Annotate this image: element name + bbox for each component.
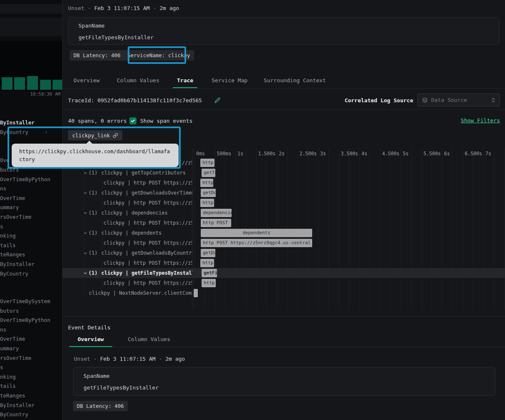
timeline-tick-label: 3s <box>320 151 326 157</box>
span-duration-bar[interactable]: getDownloadsByCountry <box>201 249 215 257</box>
span-label: clickpy | http POST https://z5nrz <box>104 240 192 246</box>
trace-span-row[interactable]: (1)clickpy | getDownloadsOverTimeBySgetD… <box>63 188 505 198</box>
tab-column-values[interactable]: Column Values <box>113 75 164 88</box>
sidebar-item[interactable]: rsOverTime <box>0 355 31 361</box>
sidebar-item[interactable]: s <box>0 223 3 230</box>
background-row <box>0 18 63 36</box>
span-label: clickpy | NextNodeServer.clientCompone <box>89 290 192 296</box>
timeline-tick-label: 6.500s <box>465 151 482 157</box>
tab-overview[interactable]: Overview <box>69 75 104 88</box>
trace-span-row[interactable]: (1)clickpy | getDownloadsByCountrygetDow… <box>63 248 505 258</box>
span-duration-bar[interactable]: http POST <box>200 179 213 187</box>
event-meta-line: Unset · Feb 3 11:07:15 AM · 2m ago <box>68 5 179 11</box>
chevron-down-icon[interactable] <box>82 231 88 235</box>
span-duration-bar[interactable]: getFileTypesByInstaller <box>202 269 217 277</box>
timeline-tick-label: 0ms <box>196 151 205 157</box>
chevron-down-icon[interactable] <box>82 251 88 255</box>
show-span-events-label[interactable]: Show span events <box>140 118 192 124</box>
trace-span-row[interactable]: clickpy | http POST https://z5nrzhttp PO… <box>63 178 505 188</box>
span-label: clickpy | getTopContributors <box>101 170 186 176</box>
sidebar-item[interactable]: OverTime <box>0 336 25 342</box>
chevron-down-icon[interactable] <box>82 191 88 195</box>
data-source-select[interactable]: Data Source <box>417 94 500 106</box>
span-child-count: (1) <box>88 230 98 236</box>
sidebar-item[interactable]: ummary <box>0 204 19 210</box>
sidebar-item[interactable]: teRanges <box>0 251 25 258</box>
sidebar-item[interactable]: ns <box>0 326 6 333</box>
sidebar-item[interactable]: OverTimeByPython <box>0 176 50 182</box>
histogram-bar <box>53 80 63 90</box>
trace-span-row[interactable]: clickpy | http POST https://z5nrzhttp PO… <box>63 238 505 248</box>
span-duration-bar[interactable]: http POST <box>200 159 215 167</box>
trace-span-row[interactable]: (1)clickpy | dependenciesdependencies <box>63 208 505 218</box>
sidebar-item[interactable]: OverTimeByPython <box>0 317 50 323</box>
chevron-down-icon[interactable] <box>82 211 88 215</box>
span-duration-bar[interactable]: getDownloadsOverTimeByS <box>201 189 216 197</box>
chevron-down-icon[interactable] <box>82 171 88 175</box>
show-filters-link[interactable]: Show Filters <box>461 117 500 124</box>
chevron-down-icon[interactable] <box>82 271 88 275</box>
histogram-bar <box>40 80 51 90</box>
trace-span-row[interactable]: (1)clickpy | getFileTypesByInstallergetF… <box>63 268 505 278</box>
trace-span-row[interactable]: clickpy | http POST https://z5nrzhttp PO… <box>63 198 505 208</box>
span-child-count: (1) <box>88 250 98 256</box>
select-chevrons-icon <box>491 97 495 103</box>
sidebar-item[interactable]: OverTime <box>0 195 25 201</box>
sidebar-item[interactable]: ByInstaller <box>0 261 35 267</box>
span-duration-bar[interactable]: http POST <box>202 279 216 287</box>
trace-span-row[interactable]: clickpy | NextNodeServer.clientCompone <box>63 288 505 298</box>
span-duration-bar[interactable]: http POST <box>201 219 231 227</box>
span-duration-bar[interactable]: http POST <box>200 259 214 267</box>
severity-text: Unset <box>68 5 84 11</box>
trace-span-row[interactable]: clickpy | http POST https://z5nrzhttp PO… <box>63 258 505 268</box>
sidebar-item[interactable]: ns <box>0 185 6 192</box>
sidebar-item[interactable]: teRanges <box>0 392 25 399</box>
db-latency-badge[interactable]: DB Latency: 406 <box>70 50 124 61</box>
sidebar-item[interactable]: ByCountry <box>0 271 28 277</box>
sidebar-item[interactable]: ummary <box>0 345 19 352</box>
trace-flyout-screen: 10:58:30 AM ByInstallerByCountryOvebutor… <box>0 0 505 420</box>
bottom-tab-overview[interactable]: Overview <box>69 334 112 347</box>
sidebar-item[interactable]: nking <box>0 374 16 380</box>
tab-surrounding-context[interactable]: Surrounding Context <box>260 75 330 88</box>
trace-span-row[interactable]: (1)clickpy | dependentsdependents <box>63 228 505 238</box>
span-label: clickpy | getFileTypesByInstaller <box>101 270 192 276</box>
sidebar-item[interactable]: ByInstaller <box>0 119 35 126</box>
sidebar-item[interactable]: s <box>0 364 3 370</box>
span-duration-bar[interactable]: getTopContributors <box>202 169 215 177</box>
span-duration-bar[interactable]: http POST https://z5nrz9qgc4.us-central <box>201 239 312 247</box>
timeline-tick-label: 7s <box>485 151 491 157</box>
sidebar-item[interactable]: ByInstaller <box>0 402 35 408</box>
sidebar-item[interactable]: nking <box>0 233 16 239</box>
event-relative-time: 2m ago <box>159 5 179 11</box>
span-label: clickpy | http POST https://z5nrz <box>104 280 192 286</box>
tab-trace[interactable]: Trace <box>173 75 197 88</box>
trace-id: TraceId: 0952fad0b67b114138fc110f3c7ed56… <box>68 97 220 104</box>
bottom-tab-column-values[interactable]: Column Values <box>119 334 179 347</box>
span-name-card: SpanName getFileTypesByInstaller <box>68 17 500 45</box>
span-duration-bar[interactable]: http POST <box>200 199 214 207</box>
db-latency-badge[interactable]: DB Latency: 406 <box>73 401 128 411</box>
event-relative-time: 2m ago <box>165 356 185 362</box>
timeline-tick-label: 3.500s <box>341 151 359 157</box>
span-duration-bar[interactable] <box>194 289 198 297</box>
span-name-value: getFileTypesByInstaller <box>83 385 159 391</box>
sidebar-item[interactable]: rsOverTime <box>0 214 31 220</box>
sidebar-item[interactable]: tails <box>0 383 16 389</box>
event-details-title: Event Details <box>68 324 111 331</box>
span-duration-bar[interactable]: dependencies <box>201 209 232 217</box>
sidebar-item[interactable]: butors <box>0 308 19 314</box>
event-timestamp: Feb 3 11:07:15 AM <box>94 5 150 11</box>
sidebar-item[interactable]: ByCountry <box>0 411 28 417</box>
sidebar-item[interactable]: tails <box>0 242 16 248</box>
trace-span-row[interactable]: (1)clickpy | getTopContributorsgetTopCon… <box>63 168 505 178</box>
edit-trace-icon[interactable] <box>215 97 220 103</box>
severity-text: Unset <box>74 356 90 362</box>
trace-span-row[interactable]: clickpy | http POST https://z5nrzhttp PO… <box>63 218 505 228</box>
span-duration-bar[interactable]: dependents <box>201 229 312 237</box>
span-label: clickpy | dependents <box>101 230 162 236</box>
trace-span-row[interactable]: clickpy | http POST https://z5nrzhttp PO… <box>63 278 505 288</box>
sidebar-item[interactable]: OverTimeBySystem <box>0 298 50 304</box>
tab-service-map[interactable]: Service Map <box>207 75 252 88</box>
show-span-events-checkbox[interactable] <box>129 117 136 124</box>
